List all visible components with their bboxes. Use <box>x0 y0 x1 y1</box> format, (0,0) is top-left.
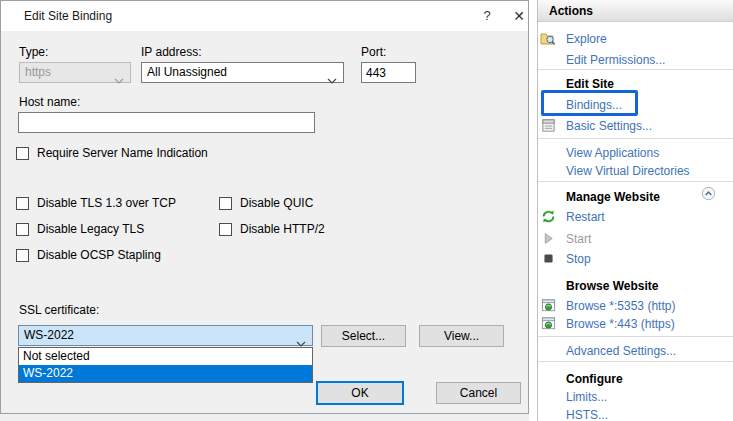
action-browse-http-label: Browse *:5353 (http) <box>566 299 675 313</box>
action-limits-label: Limits... <box>566 390 607 404</box>
dialog-title: Edit Site Binding <box>24 9 112 23</box>
require-sni-row: Require Server Name Indication <box>16 146 208 160</box>
ip-address-label: IP address: <box>141 45 201 59</box>
ssl-certificate-dropdown: Not selected WS-2022 <box>18 347 313 383</box>
section-manage-website-label: Manage Website <box>566 190 660 204</box>
section-edit-site: Edit Site <box>538 75 733 92</box>
disable-quic-label: Disable QUIC <box>240 196 313 210</box>
ssl-certificate-combobox[interactable]: WS-2022 <box>18 325 313 346</box>
view-button[interactable]: View... <box>419 325 504 347</box>
action-basic-settings[interactable]: Basic Settings... <box>538 117 733 134</box>
type-value: https <box>25 65 51 79</box>
section-browse-website: Browse Website <box>538 277 733 294</box>
port-input[interactable] <box>361 62 416 83</box>
chevron-down-icon <box>114 71 124 90</box>
action-view-applications[interactable]: View Applications <box>538 144 733 161</box>
action-start-label: Start <box>566 232 591 246</box>
stop-icon <box>540 251 556 267</box>
disable-ocsp-checkbox[interactable] <box>16 249 29 262</box>
disable-quic-row: Disable QUIC <box>219 196 313 210</box>
disable-http2-label: Disable HTTP/2 <box>240 222 325 236</box>
type-label: Type: <box>19 45 48 59</box>
edit-site-binding-dialog: Edit Site Binding ? ✕ Type: https IP add… <box>0 0 529 414</box>
divider <box>538 181 733 182</box>
action-restart[interactable]: Restart <box>538 208 733 225</box>
basic-settings-icon <box>540 118 556 134</box>
ok-button-label: OK <box>351 386 368 400</box>
disable-tls13-checkbox[interactable] <box>16 197 29 210</box>
section-edit-site-label: Edit Site <box>566 77 614 91</box>
dropdown-option-not-selected[interactable]: Not selected <box>19 348 312 365</box>
ssl-certificate-value: WS-2022 <box>24 328 74 342</box>
action-bindings-label: Bindings... <box>566 98 622 112</box>
action-bindings[interactable]: Bindings... <box>538 96 733 113</box>
cancel-button[interactable]: Cancel <box>436 382 521 404</box>
port-label: Port: <box>361 45 386 59</box>
divider <box>538 361 733 362</box>
action-browse-http[interactable]: Browse *:5353 (http) <box>538 297 733 314</box>
action-basic-settings-label: Basic Settings... <box>566 119 652 133</box>
start-icon <box>540 231 556 247</box>
action-stop[interactable]: Stop <box>538 250 733 267</box>
disable-legacy-tls-checkbox[interactable] <box>16 223 29 236</box>
action-advanced-settings-label: Advanced Settings... <box>566 344 676 358</box>
section-configure-label: Configure <box>566 372 623 386</box>
browse-globe-icon <box>540 298 556 314</box>
action-explore-label: Explore <box>566 32 607 46</box>
action-hsts[interactable]: HSTS... <box>538 406 733 421</box>
ok-button[interactable]: OK <box>316 381 404 405</box>
host-name-label: Host name: <box>19 95 80 109</box>
dropdown-option-ws-2022[interactable]: WS-2022 <box>19 365 312 382</box>
action-hsts-label: HSTS... <box>566 408 608 421</box>
action-view-virtual-directories-label: View Virtual Directories <box>566 164 690 178</box>
explore-folder-icon <box>540 31 556 47</box>
section-configure: Configure <box>538 370 733 387</box>
action-view-virtual-directories[interactable]: View Virtual Directories <box>538 162 733 179</box>
help-button[interactable]: ? <box>471 1 503 31</box>
select-button-label: Select... <box>342 329 385 343</box>
action-advanced-settings[interactable]: Advanced Settings... <box>538 342 733 359</box>
action-browse-https[interactable]: Browse *:443 (https) <box>538 315 733 332</box>
disable-http2-row: Disable HTTP/2 <box>219 222 325 236</box>
action-restart-label: Restart <box>566 210 605 224</box>
disable-ocsp-label: Disable OCSP Stapling <box>37 248 161 262</box>
ip-address-combobox[interactable]: All Unassigned <box>141 62 344 83</box>
divider <box>538 69 733 70</box>
select-button[interactable]: Select... <box>321 325 406 347</box>
ip-address-value: All Unassigned <box>147 65 227 79</box>
type-combobox: https <box>19 62 131 83</box>
disable-quic-checkbox[interactable] <box>219 197 232 210</box>
action-edit-permissions[interactable]: Edit Permissions... <box>538 51 733 68</box>
screen: Edit Site Binding ? ✕ Type: https IP add… <box>0 0 733 421</box>
disable-legacy-tls-row: Disable Legacy TLS <box>16 222 144 236</box>
action-explore[interactable]: Explore <box>538 30 733 47</box>
divider <box>538 336 733 337</box>
chevron-down-icon <box>327 71 337 90</box>
action-start: Start <box>538 230 733 247</box>
disable-legacy-tls-label: Disable Legacy TLS <box>37 222 144 236</box>
close-button[interactable]: ✕ <box>503 1 535 31</box>
action-stop-label: Stop <box>566 252 591 266</box>
disable-tls13-row: Disable TLS 1.3 over TCP <box>16 196 176 210</box>
require-sni-checkbox[interactable] <box>16 147 29 160</box>
section-browse-website-label: Browse Website <box>566 279 658 293</box>
view-button-label: View... <box>444 329 479 343</box>
collapse-section-button[interactable] <box>701 186 716 201</box>
action-browse-https-label: Browse *:443 (https) <box>566 317 675 331</box>
action-limits[interactable]: Limits... <box>538 388 733 405</box>
disable-http2-checkbox[interactable] <box>219 223 232 236</box>
action-edit-permissions-label: Edit Permissions... <box>566 53 665 67</box>
browse-globe-icon <box>540 316 556 332</box>
disable-ocsp-row: Disable OCSP Stapling <box>16 248 161 262</box>
require-sni-label: Require Server Name Indication <box>37 146 208 160</box>
background-window-strip <box>0 414 529 421</box>
actions-panel: Actions Explore Edit Permissions... Edit… <box>537 0 733 421</box>
dialog-titlebar: Edit Site Binding ? ✕ <box>1 1 528 31</box>
actions-panel-header: Actions <box>538 0 733 22</box>
disable-tls13-label: Disable TLS 1.3 over TCP <box>37 196 176 210</box>
ssl-certificate-label: SSL certificate: <box>19 303 99 317</box>
host-name-input[interactable] <box>18 112 315 133</box>
cancel-button-label: Cancel <box>460 386 497 400</box>
action-view-applications-label: View Applications <box>566 146 659 160</box>
restart-icon <box>540 209 556 225</box>
